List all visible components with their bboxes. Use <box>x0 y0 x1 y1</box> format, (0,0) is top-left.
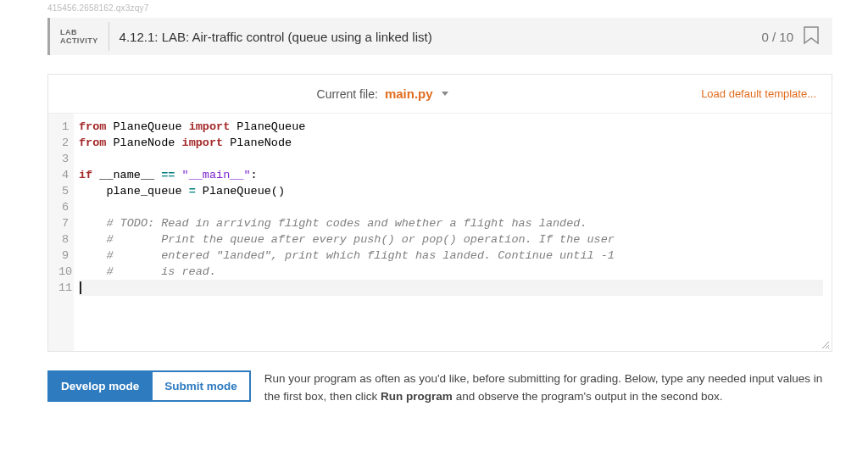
controls-row: Develop mode Submit mode Run your progra… <box>47 370 832 406</box>
load-default-template-link[interactable]: Load default template... <box>701 87 816 100</box>
file-name: main.py <box>385 86 433 101</box>
chevron-down-icon <box>442 92 448 96</box>
file-label: Current file: <box>317 87 378 101</box>
code-line[interactable] <box>79 199 823 215</box>
instructions-bold: Run program <box>381 390 453 403</box>
instructions-text: Run your program as often as you'd like,… <box>264 370 832 406</box>
resize-handle-icon[interactable] <box>820 339 830 349</box>
text-cursor <box>80 281 81 294</box>
code-line[interactable] <box>79 280 823 296</box>
file-bar: Current file: main.py Load default templ… <box>48 75 832 114</box>
watermark-id: 415456.2658162.qx3zqy7 <box>0 0 868 18</box>
svg-line-2 <box>828 348 829 348</box>
code-line[interactable]: if __name__ == "__main__": <box>79 167 823 183</box>
lab-container: LAB ACTIVITY 4.12.1: LAB: Air-traffic co… <box>47 18 832 406</box>
code-lines[interactable]: from PlaneQueue import PlaneQueuefrom Pl… <box>74 114 832 351</box>
bookmark-icon[interactable] <box>802 25 821 47</box>
code-line[interactable]: from PlaneQueue import PlaneQueue <box>79 119 823 135</box>
code-line[interactable]: # TODO: Read in arriving flight codes an… <box>79 215 823 231</box>
lab-activity-line1: LAB <box>60 28 77 36</box>
lab-header: LAB ACTIVITY 4.12.1: LAB: Air-traffic co… <box>47 18 832 55</box>
code-line[interactable]: # is read. <box>79 264 823 280</box>
code-line[interactable]: from PlaneNode import PlaneNode <box>79 135 823 151</box>
svg-line-0 <box>822 342 829 348</box>
code-editor[interactable]: 1234567891011 from PlaneQueue import Pla… <box>48 114 832 351</box>
code-line[interactable] <box>79 151 823 167</box>
develop-mode-button[interactable]: Develop mode <box>47 370 153 402</box>
instructions-post: and observe the program's output in the … <box>453 390 723 403</box>
lab-activity-line2: ACTIVITY <box>60 36 98 45</box>
line-number-gutter: 1234567891011 <box>48 114 74 351</box>
code-line[interactable]: # entered "landed", print which flight h… <box>79 248 823 264</box>
lab-title: 4.12.1: LAB: Air-traffic control (queue … <box>109 30 762 44</box>
lab-score: 0 / 10 <box>761 30 802 44</box>
code-line[interactable]: plane_queue = PlaneQueue() <box>79 183 823 199</box>
file-selector[interactable]: Current file: main.py <box>64 86 701 101</box>
code-line[interactable]: # Print the queue after every push() or … <box>79 231 823 248</box>
editor-box: Current file: main.py Load default templ… <box>47 74 832 352</box>
mode-toggle: Develop mode Submit mode <box>47 370 251 402</box>
lab-activity-label: LAB ACTIVITY <box>50 22 109 51</box>
submit-mode-button[interactable]: Submit mode <box>153 370 251 402</box>
